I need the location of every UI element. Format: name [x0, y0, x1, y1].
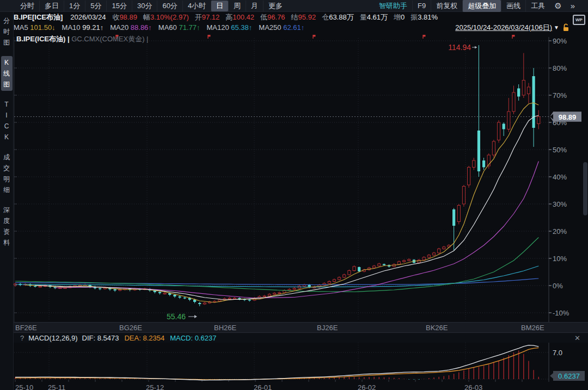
ma-line-MA20 — [55, 162, 538, 299]
chart-area: B.IPE(ICE布油) | GC.CMX(COMEX黄金) | 90%80%7… — [14, 33, 588, 390]
ma-lines-layer — [15, 103, 538, 302]
period-tab-9[interactable]: 周 — [228, 1, 246, 11]
ma-value: 101.50↓ — [30, 23, 55, 32]
period-tab-5[interactable]: 30分 — [132, 1, 157, 11]
trading-terminal: 分时多日1分5分15分30分60分4小时日周月更多 智研助手F9前复权超级叠加画… — [0, 0, 588, 390]
svg-text:50%: 50% — [553, 146, 567, 154]
right-tools: 智研助手F9前复权超级叠加画线工具 — [374, 0, 550, 12]
quote-field-label: 收 — [112, 13, 119, 21]
quote-field-label: 振 — [411, 13, 418, 21]
ma-value: 99.21↑ — [82, 23, 103, 32]
macd-canvas[interactable]: 7.00.6237 — [14, 343, 588, 382]
quote-field-value: 3.81% — [418, 13, 438, 21]
quote-date: 2026/03/24 — [70, 13, 106, 21]
quote-field-3: 高100.42 — [225, 13, 254, 22]
quote-field-label: 增 — [394, 13, 401, 21]
dif-line — [15, 345, 538, 380]
svg-text:114.94: 114.94 — [448, 43, 471, 52]
view-sidebar: 分 时 图K 线 图T I C K成 交 明 细深 度 资 料 — [0, 12, 14, 390]
period-tab-0[interactable]: 分时 — [15, 1, 39, 11]
wp-monitor-icon[interactable]: WP — [573, 15, 585, 25]
quote-field-value: 0 — [401, 13, 405, 21]
time-label-2: 25-12 — [146, 383, 164, 390]
period-tab-6[interactable]: 60分 — [157, 1, 182, 11]
period-tab-1[interactable]: 多日 — [39, 1, 64, 11]
period-toolbar: 分时多日1分5分15分30分60分4小时日周月更多 智研助手F9前复权超级叠加画… — [0, 0, 588, 12]
period-tab-7[interactable]: 4小时 — [182, 1, 211, 11]
close-icon[interactable]: ✕ — [574, 334, 580, 342]
ma-label: MA120 — [206, 23, 231, 32]
svg-text:30%: 30% — [553, 200, 567, 208]
unlock-icon[interactable] — [562, 23, 570, 32]
quote-field-1: 幅3.10%(2.97) — [143, 13, 189, 22]
sidebar-tab-1[interactable]: K 线 图 — [1, 56, 13, 91]
overlay-series-label[interactable]: GC.CMX(COMEX黄金) | — [71, 35, 148, 43]
dea-line — [15, 348, 538, 380]
chevron-down-icon[interactable]: ▼ — [554, 24, 559, 30]
quote-field-value: 98.89 — [119, 13, 137, 21]
time-label-5: 26-03 — [464, 383, 482, 390]
high-annotation: 114.94 — [448, 43, 477, 52]
quote-field-value: 97.12 — [202, 13, 220, 21]
contract-label-1: BG26E — [119, 324, 142, 332]
macd-axis-labels: 7.0 — [553, 349, 562, 357]
macd-hist-value: MACD: 0.6237 — [170, 334, 216, 342]
quote-field-label: 高 — [225, 13, 232, 21]
toolbar-button-2[interactable]: 前复权 — [431, 0, 462, 12]
toolbar-button-4[interactable]: 画线 — [501, 0, 525, 12]
toolbar-button-0[interactable]: 智研助手 — [374, 0, 412, 12]
period-tab-4[interactable]: 15分 — [106, 1, 131, 11]
period-tab-8[interactable]: 日 — [211, 1, 228, 11]
period-tabs: 分时多日1分5分15分30分60分4小时日周月更多 — [15, 1, 287, 11]
toolbar-button-3[interactable]: 超级叠加 — [462, 0, 501, 12]
period-tab-10[interactable]: 月 — [246, 1, 263, 11]
svg-text:98.89: 98.89 — [559, 113, 577, 121]
toolbar-button-1[interactable]: F9 — [412, 1, 431, 11]
contract-label-5: BM26E — [521, 324, 544, 332]
toolbar-button-5[interactable]: 工具 — [525, 0, 550, 12]
svg-text:7.0: 7.0 — [553, 349, 562, 357]
period-tab-3[interactable]: 5分 — [85, 1, 106, 11]
quote-field-value: 3.10%(2.97) — [150, 13, 189, 21]
sidebar-tab-3[interactable]: 成 交 明 细 — [1, 151, 13, 196]
time-label-1: 25-11 — [48, 383, 65, 390]
ma-value: 65.38↑ — [231, 23, 252, 32]
ma-label: MA5 — [14, 23, 30, 32]
quote-field-0: 收98.89 — [112, 13, 137, 22]
toolbar-right: 智研助手F9前复权超级叠加画线工具 ⚙ » — [374, 0, 588, 12]
primary-series-label[interactable]: B.IPE(ICE布油) | — [16, 35, 70, 43]
ma-line-MA60 — [15, 238, 538, 292]
svg-text:55.46: 55.46 — [167, 312, 186, 321]
date-range-selector[interactable]: 2025/10/24-2026/03/24(106日) — [455, 23, 552, 33]
ma-value: 88.86↑ — [131, 23, 152, 32]
ma-value: 62.61↑ — [283, 23, 304, 32]
ma-line-MA250 — [15, 278, 538, 285]
macd-title: MACD(12,26,9) — [28, 334, 77, 342]
quote-field-6: 仓63.88万 — [322, 13, 354, 22]
svg-text:10%: 10% — [553, 255, 567, 263]
period-tab-11[interactable]: 更多 — [263, 1, 287, 11]
svg-text:80%: 80% — [553, 64, 567, 72]
side-panel-handle[interactable] — [583, 162, 587, 215]
sidebar-tab-2[interactable]: T I C K — [1, 98, 13, 144]
quote-field-label: 低 — [260, 13, 267, 21]
sidebar-tab-0[interactable]: 分 时 图 — [1, 14, 13, 49]
period-tab-2[interactable]: 1分 — [64, 1, 85, 11]
ma-line-MA5 — [25, 103, 538, 302]
ma-line-MA10 — [35, 115, 539, 300]
instrument-symbol: B.IPE[ICE布油] — [14, 13, 63, 22]
more-chevron-icon[interactable]: » — [566, 1, 579, 10]
sidebar-tab-4[interactable]: 深 度 资 料 — [1, 203, 13, 249]
quote-field-7: 量4.61万 — [360, 13, 388, 22]
contract-label-4: BK26E — [426, 324, 448, 332]
last-price-badge: 98.89 — [550, 112, 581, 122]
svg-text:-10%: -10% — [553, 309, 569, 317]
ma-line-MA120 — [15, 266, 538, 287]
help-icon[interactable]: ? — [20, 334, 24, 342]
time-axis: 25-1025-1125-1226-0126-0226-03 — [14, 382, 588, 390]
macd-dif-value: DIF: 8.5473 — [82, 334, 119, 342]
svg-text:40%: 40% — [553, 173, 567, 181]
quote-field-label: 开 — [195, 13, 202, 21]
settings-gear-icon[interactable]: ⚙ — [550, 1, 566, 11]
main-kline-canvas[interactable]: 90%80%70%60%50%40%30%20%10%0%-10%114.945… — [14, 33, 588, 322]
